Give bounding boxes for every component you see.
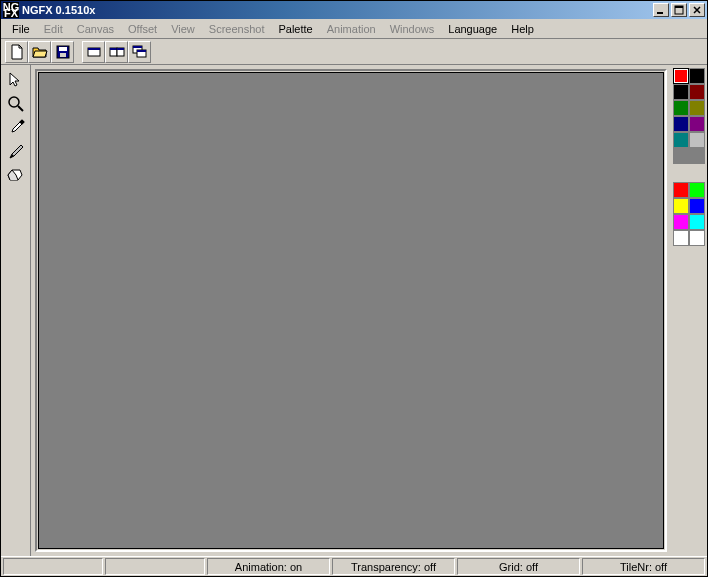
- eraser-icon: [7, 167, 25, 185]
- status-tilenr: TileNr: off: [582, 558, 705, 575]
- menu-palette[interactable]: Palette: [271, 21, 319, 37]
- svg-point-16: [9, 97, 19, 107]
- menu-animation[interactable]: Animation: [320, 21, 383, 37]
- menu-file[interactable]: File: [5, 21, 37, 37]
- status-cell-empty-1: [3, 558, 103, 575]
- statusbar: Animation: on Transparency: off Grid: of…: [1, 556, 707, 576]
- toolbox: [1, 65, 31, 556]
- color-palette: [671, 65, 707, 556]
- workspace: [1, 65, 707, 556]
- window-split-icon: [109, 44, 125, 60]
- menu-windows[interactable]: Windows: [383, 21, 442, 37]
- svg-rect-0: [657, 12, 663, 14]
- status-grid: Grid: off: [457, 558, 580, 575]
- cursor-icon: [7, 71, 25, 89]
- color-swatch[interactable]: [689, 116, 705, 132]
- color-swatch[interactable]: [673, 132, 689, 148]
- color-swatch[interactable]: [689, 132, 705, 148]
- eraser-tool[interactable]: [5, 165, 27, 187]
- menu-help[interactable]: Help: [504, 21, 541, 37]
- color-swatch[interactable]: [689, 100, 705, 116]
- window-layout-3-button[interactable]: [128, 41, 151, 63]
- color-swatch[interactable]: [673, 84, 689, 100]
- menu-view[interactable]: View: [164, 21, 202, 37]
- color-swatch[interactable]: [689, 214, 705, 230]
- titlebar[interactable]: NGFX NGFX 0.1510x: [1, 1, 707, 19]
- open-folder-icon: [32, 44, 48, 60]
- color-swatch[interactable]: [673, 230, 689, 246]
- magnifier-icon: [7, 95, 25, 113]
- svg-rect-11: [117, 48, 124, 50]
- menu-offset[interactable]: Offset: [121, 21, 164, 37]
- color-swatch[interactable]: [689, 84, 705, 100]
- select-tool[interactable]: [5, 69, 27, 91]
- color-swatch[interactable]: [689, 148, 705, 164]
- toolbar: [1, 39, 707, 65]
- color-swatch[interactable]: [673, 198, 689, 214]
- color-swatch[interactable]: [689, 68, 705, 84]
- menu-screenshot[interactable]: Screenshot: [202, 21, 272, 37]
- color-swatch[interactable]: [673, 214, 689, 230]
- menubar: File Edit Canvas Offset View Screenshot …: [1, 19, 707, 39]
- svg-rect-4: [59, 47, 67, 51]
- svg-line-17: [18, 106, 23, 111]
- color-swatch[interactable]: [673, 116, 689, 132]
- color-swatch[interactable]: [689, 182, 705, 198]
- color-swatch[interactable]: [673, 100, 689, 116]
- color-swatch[interactable]: [689, 198, 705, 214]
- color-swatch[interactable]: [673, 148, 689, 164]
- window-icon: [86, 44, 102, 60]
- status-transparency: Transparency: off: [332, 558, 455, 575]
- canvas-container: [31, 65, 671, 556]
- app-logo-icon: NGFX: [3, 2, 19, 18]
- open-file-button[interactable]: [28, 41, 51, 63]
- color-swatch[interactable]: [673, 182, 689, 198]
- brush-icon: [7, 143, 25, 161]
- maximize-button[interactable]: [671, 3, 687, 17]
- status-cell-empty-2: [105, 558, 205, 575]
- minimize-button[interactable]: [653, 3, 669, 17]
- svg-rect-13: [133, 46, 142, 48]
- svg-rect-9: [110, 48, 117, 50]
- new-file-icon: [9, 44, 25, 60]
- window-layout-2-button[interactable]: [105, 41, 128, 63]
- drawing-canvas[interactable]: [38, 72, 664, 549]
- svg-rect-2: [675, 6, 683, 8]
- menu-language[interactable]: Language: [441, 21, 504, 37]
- canvas-frame: [35, 69, 667, 552]
- svg-rect-7: [88, 48, 100, 50]
- eyedropper-tool[interactable]: [5, 117, 27, 139]
- color-swatch[interactable]: [689, 230, 705, 246]
- zoom-tool[interactable]: [5, 93, 27, 115]
- window-cascade-icon: [132, 44, 148, 60]
- save-file-button[interactable]: [51, 41, 74, 63]
- status-animation: Animation: on: [207, 558, 330, 575]
- window-layout-1-button[interactable]: [82, 41, 105, 63]
- brush-tool[interactable]: [5, 141, 27, 163]
- svg-rect-5: [60, 53, 66, 57]
- menu-canvas[interactable]: Canvas: [70, 21, 121, 37]
- save-disk-icon: [55, 44, 71, 60]
- color-swatch[interactable]: [673, 68, 689, 84]
- window-title: NGFX 0.1510x: [22, 4, 653, 16]
- svg-rect-15: [137, 50, 146, 52]
- new-file-button[interactable]: [5, 41, 28, 63]
- app-window: NGFX NGFX 0.1510x File Edit Canvas Offse…: [0, 0, 708, 577]
- menu-edit[interactable]: Edit: [37, 21, 70, 37]
- eyedropper-icon: [7, 119, 25, 137]
- close-button[interactable]: [689, 3, 705, 17]
